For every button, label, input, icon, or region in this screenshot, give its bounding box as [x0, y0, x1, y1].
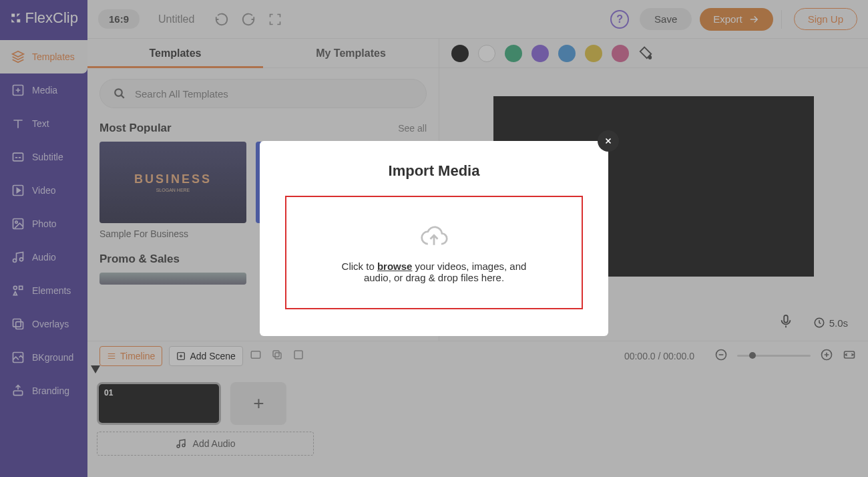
drop-text-2: audio, or drag & drop files here. [364, 272, 504, 283]
upload-cloud-icon [419, 222, 449, 251]
import-media-modal: Import Media Click to browse your videos… [260, 141, 608, 336]
close-button[interactable] [598, 130, 619, 152]
close-icon [604, 136, 613, 146]
browse-link[interactable]: browse [377, 261, 413, 272]
modal-backdrop[interactable]: Import Media Click to browse your videos… [0, 0, 868, 477]
modal-title: Import Media [260, 162, 608, 180]
drop-zone[interactable]: Click to browse your videos, images, and… [285, 196, 583, 309]
drop-text: Click to browse your videos, images, and [342, 261, 527, 272]
